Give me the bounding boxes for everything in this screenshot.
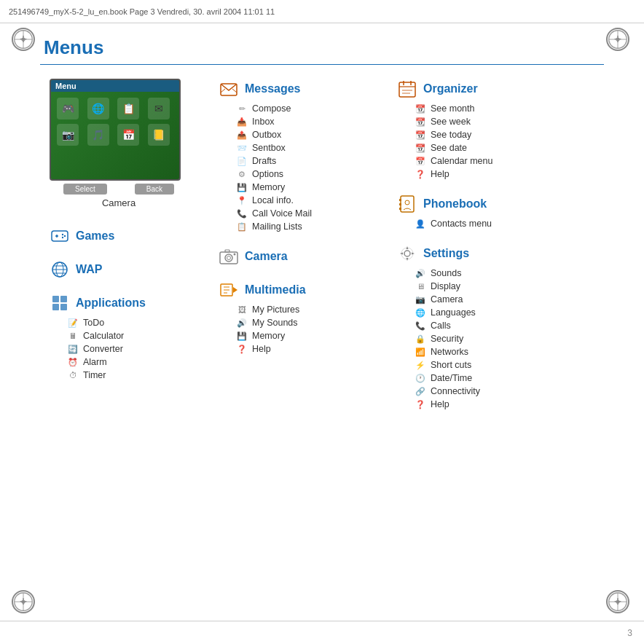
calls-item: 📞 Calls — [397, 319, 572, 332]
calendarmenu-item: 📅 Calendar menu — [397, 154, 572, 168]
messages-memory-icon: 💾 — [236, 181, 248, 193]
organizer-label: Organizer — [423, 82, 478, 95]
svg-point-22 — [64, 235, 66, 237]
svg-rect-52 — [401, 196, 414, 212]
mailinglists-icon: 📋 — [236, 221, 248, 232]
settings-camera-label: Camera — [431, 294, 463, 305]
seemonth-icon: 📆 — [415, 103, 426, 114]
games-icon — [50, 226, 70, 246]
phone-back-btn[interactable]: Back — [135, 184, 174, 195]
sentbox-icon: 📨 — [236, 142, 248, 154]
messages-title: Messages — [219, 79, 372, 99]
security-item: 🔒 Security — [397, 332, 572, 345]
converter-item: 🔄 Converter — [50, 342, 195, 356]
languages-label: Languages — [431, 307, 476, 318]
inbox-icon: 📥 — [236, 116, 248, 127]
connectivity-icon: 🔗 — [415, 385, 426, 397]
outbox-item: 📤 Outbox — [219, 128, 372, 141]
header-bar: 251496749_myX-5-2_lu_en.book Page 3 Vend… — [0, 0, 644, 23]
multimedia-help-item: ❓ Help — [219, 342, 372, 356]
outbox-icon: 📤 — [236, 129, 248, 141]
svg-rect-53 — [399, 199, 401, 201]
settings-help-icon: ❓ — [415, 398, 426, 410]
corner-tr — [606, 28, 632, 54]
callvoicemail-icon: 📞 — [236, 208, 248, 219]
mypictures-item: 🖼 My Pictures — [219, 303, 372, 316]
settings-help-item: ❓ Help — [397, 398, 572, 411]
networks-item: 📶 Networks — [397, 345, 572, 358]
contactsmenu-icon: 👤 — [415, 218, 426, 229]
settings-title: Settings — [397, 243, 572, 264]
page-divider — [40, 64, 604, 65]
drafts-icon: 📄 — [236, 155, 248, 167]
localinfo-icon: 📍 — [236, 195, 248, 206]
phone-icon-3: 📋 — [117, 98, 139, 119]
seeday-icon: 📆 — [415, 129, 426, 141]
compose-label: Compose — [252, 103, 291, 114]
contactsmenu-item: 👤 Contacts menu — [397, 217, 572, 230]
middle-column: Messages ✏ Compose 📥 Inbox 📤 Outbox 📨 Se… — [219, 79, 372, 369]
mailinglists-item: 📋 Mailing Lists — [219, 220, 372, 233]
phone-icon-8: 📒 — [148, 124, 170, 146]
callvoicemail-label: Call Voice Mail — [252, 208, 312, 219]
page-title: Menus — [44, 36, 103, 59]
seedate-item: 📆 See date — [397, 141, 572, 154]
phone-select-btn[interactable]: Select — [63, 184, 107, 195]
svg-line-34 — [221, 89, 225, 93]
connectivity-item: 🔗 Connectivity — [397, 385, 572, 398]
right-column: Organizer 📆 See month 📆 See week 📆 See t… — [397, 79, 572, 424]
organizer-icon — [397, 79, 417, 99]
seeweek-icon: 📆 — [415, 116, 426, 127]
applications-title: Applications — [50, 293, 195, 313]
phone-icon-6: 🎵 — [87, 124, 109, 146]
datetime-item: 🕐 Date/Time — [397, 372, 572, 385]
phone-icon-5: 📷 — [57, 124, 79, 146]
languages-item: 🌐 Languages — [397, 306, 572, 319]
svg-rect-29 — [52, 296, 59, 302]
multimedia-icon — [219, 280, 239, 300]
languages-icon: 🌐 — [415, 307, 426, 318]
seedate-icon: 📆 — [415, 142, 426, 154]
phone-label: Camera — [50, 197, 188, 208]
organizer-help-label: Help — [431, 169, 449, 179]
applications-section: Applications 📝 ToDo 🖩 Calculator 🔄 Conve… — [50, 293, 195, 382]
organizer-title: Organizer — [397, 79, 572, 99]
bottom-bar: 3 — [0, 621, 644, 644]
compose-icon: ✏ — [236, 103, 248, 114]
mysounds-item: 🔊 My Sounds — [219, 316, 372, 329]
messages-memory-label: Memory — [252, 182, 285, 192]
seedate-label: See date — [431, 143, 467, 153]
options-label: Options — [252, 169, 283, 179]
phone-icon-7: 📅 — [117, 124, 139, 146]
messages-section: Messages ✏ Compose 📥 Inbox 📤 Outbox 📨 Se… — [219, 79, 372, 233]
mypictures-label: My Pictures — [252, 305, 299, 315]
shortcuts-label: Short cuts — [431, 360, 471, 370]
messages-icon — [219, 79, 239, 99]
organizer-help-item: ❓ Help — [397, 168, 572, 181]
mysounds-icon: 🔊 — [236, 317, 248, 329]
calendarmenu-icon: 📅 — [415, 155, 426, 167]
camera-title: Camera — [219, 246, 372, 267]
phone-icon-2: 🌐 — [87, 98, 109, 119]
corner-bl — [12, 590, 38, 616]
header-text: 251496749_myX-5-2_lu_en.book Page 3 Vend… — [9, 7, 275, 16]
corner-br — [606, 590, 632, 616]
messages-memory-item: 💾 Memory — [219, 181, 372, 194]
svg-rect-39 — [225, 250, 229, 252]
games-label: Games — [76, 229, 114, 243]
wap-section: WAP — [50, 259, 195, 280]
multimedia-title: Multimedia — [219, 280, 372, 300]
calls-label: Calls — [431, 321, 451, 331]
converter-icon: 🔄 — [67, 343, 79, 355]
phonebook-section: Phonebook 👤 Contacts menu — [397, 194, 572, 230]
svg-rect-46 — [399, 82, 415, 97]
svg-point-3 — [21, 37, 25, 41]
seeweek-label: See week — [431, 117, 471, 127]
svg-point-23 — [62, 237, 63, 238]
phonebook-title: Phonebook — [397, 194, 572, 214]
mailinglists-label: Mailing Lists — [252, 221, 302, 232]
games-section: Games — [50, 226, 195, 246]
camera-icon — [219, 246, 239, 267]
alarm-label: Alarm — [83, 357, 107, 367]
mysounds-label: My Sounds — [252, 318, 298, 328]
